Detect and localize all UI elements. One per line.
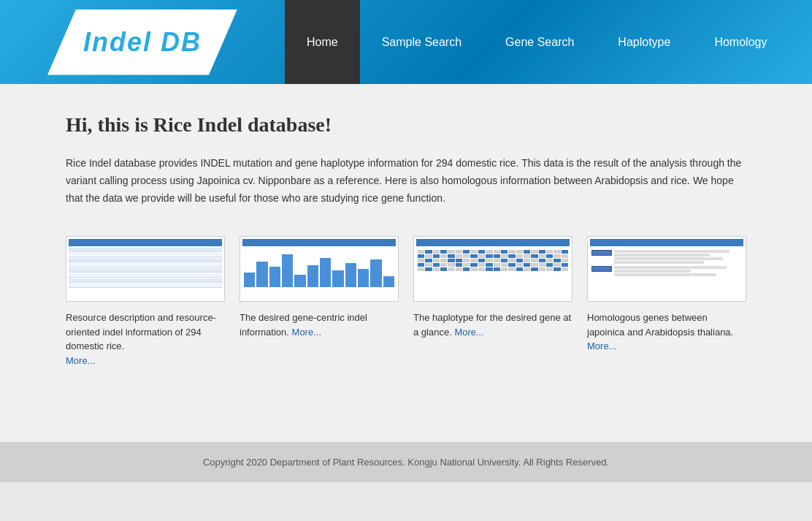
- card-1-link[interactable]: More...: [66, 355, 95, 366]
- nav-item-home[interactable]: Home: [285, 0, 360, 84]
- logo-text: Indel DB: [83, 27, 202, 58]
- nav-item-sample-search[interactable]: Sample Search: [360, 0, 483, 84]
- card-3-image: [413, 236, 572, 302]
- card-4-text: Homologous genes between japoinica and A…: [587, 311, 746, 354]
- nav-item-haplotype[interactable]: Haplotype: [596, 0, 692, 84]
- footer-text: Copyright 2020 Department of Plant Resou…: [203, 457, 609, 468]
- header: Indel DB Home Sample Search Gene Search …: [0, 0, 812, 84]
- logo-area: Indel DB: [0, 0, 285, 84]
- nav-item-gene-search[interactable]: Gene Search: [483, 0, 596, 84]
- card-homology: Homologous genes between japoinica and A…: [587, 236, 746, 368]
- footer: Copyright 2020 Department of Plant Resou…: [0, 442, 812, 482]
- card-2-link[interactable]: More...: [292, 327, 321, 338]
- page-title: Hi, this is Rice Indel database!: [66, 113, 746, 137]
- description: Rice Indel database provides INDEL mutat…: [66, 155, 746, 207]
- card-3-link[interactable]: More...: [454, 327, 483, 338]
- card-haplotype: The haplotype for the desired gene at a …: [413, 236, 572, 368]
- nav: Home Sample Search Gene Search Haplotype…: [285, 0, 812, 84]
- card-4-link[interactable]: More...: [587, 341, 616, 351]
- main-content: Hi, this is Rice Indel database! Rice In…: [0, 84, 812, 442]
- card-1-text: Resource description and resource-orient…: [66, 311, 225, 368]
- card-4-image: [587, 236, 746, 302]
- card-sample-search: Resource description and resource-orient…: [66, 236, 225, 368]
- card-gene-search: The desired gene-centric indel informati…: [240, 236, 399, 368]
- cards-container: Resource description and resource-orient…: [66, 236, 746, 368]
- card-2-text: The desired gene-centric indel informati…: [240, 311, 399, 339]
- card-1-image: [66, 236, 225, 302]
- logo-shape: Indel DB: [47, 9, 237, 75]
- card-3-text: The haplotype for the desired gene at a …: [413, 311, 572, 339]
- card-2-image: [240, 236, 399, 302]
- nav-item-homology[interactable]: Homology: [692, 0, 789, 84]
